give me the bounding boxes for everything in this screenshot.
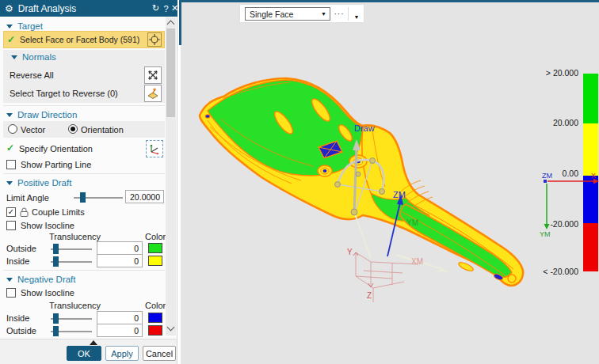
pos-color-header: Color [145,232,166,241]
datum-z-label: Z [367,291,372,300]
dialog-collapse-handle[interactable] [90,340,97,345]
limit-angle-input[interactable]: 20.0000 [125,190,164,203]
section-divider [3,105,165,106]
vector-radio[interactable] [8,124,17,134]
pos-inside-label: Inside [6,256,29,266]
collapse-triangle-icon [6,113,13,117]
section-target[interactable]: Target [6,21,43,31]
check-icon: ✓ [6,142,14,154]
face-mode-value: Single Face [250,9,293,19]
show-parting-line-checkbox[interactable] [6,160,16,169]
section-positive-draft[interactable]: Positive Draft [6,178,71,188]
orientation-radio[interactable] [68,124,78,134]
section-positive-draft-label: Positive Draft [17,178,71,188]
section-negative-draft[interactable]: Negative Draft [6,275,76,284]
neg-outside-input[interactable]: 0 [97,324,143,337]
legend-tick: 20.000 [553,118,578,127]
reverse-all-button[interactable] [144,66,162,84]
show-parting-line-label[interactable]: Show Parting Line [21,160,91,169]
pos-inside-slider-handle[interactable] [53,256,59,267]
select-face-label: Select Face or Facet Body (591) [20,35,139,44]
section-target-label: Target [17,21,43,31]
specify-orientation-button[interactable] [146,140,163,157]
section-draw-direction-label: Draw Direction [17,110,77,119]
select-face-row[interactable]: ✓ Select Face or Facet Body (591) [3,31,165,48]
neg-inside-input[interactable]: 0 [97,311,143,324]
apply-button[interactable]: Apply [105,346,139,361]
vector-radio-label[interactable]: Vector [21,125,45,135]
limit-angle-slider[interactable] [74,197,123,199]
neg-outside-slider[interactable] [51,331,92,332]
scroll-up-icon[interactable] [167,21,175,28]
crosshair-icon [148,33,161,46]
section-negative-draft-label: Negative Draft [17,275,76,284]
dialog-menu-gear-icon[interactable]: ⚙ [5,4,13,13]
neg-inside-slider[interactable] [51,318,92,320]
neg-show-isocline-checkbox[interactable] [6,288,16,298]
neg-outside-color-swatch[interactable] [148,325,162,336]
wcs-zm-label: ZM [542,172,552,180]
draft-analysis-dialog: ⚙ Draft Analysis ↻ ? ✕ Target ✓ Select F… [0,0,177,364]
pos-show-isocline-checkbox[interactable] [6,221,16,230]
legend-block-yellow [583,123,598,176]
orientation-radio-label[interactable]: Orientation [81,125,124,135]
reverse-face-icon [147,87,159,100]
section-draw-direction[interactable]: Draw Direction [6,110,77,119]
graphics-viewport[interactable]: Y Z Draw [177,0,599,364]
close-icon[interactable]: ✕ [170,0,180,17]
model-arm [400,204,512,277]
datum-y-label: Y [347,248,353,256]
reset-icon[interactable]: ↻ [151,0,161,17]
select-face-button[interactable] [147,32,162,47]
face-mode-combobox[interactable]: Single Face ▼ [245,7,330,21]
neg-inside-slider-handle[interactable] [53,313,59,324]
pos-inside-input[interactable]: 0 [97,254,143,267]
zm-axis-label: ZM [393,190,406,199]
neg-show-isocline-label[interactable]: Show Isocline [21,288,74,298]
collapse-triangle-icon [6,25,13,28]
limit-angle-slider-handle[interactable] [80,192,86,203]
dialog-titlebar[interactable]: ⚙ Draft Analysis ↻ ? ✕ [0,0,177,17]
couple-limits-label[interactable]: Couple Limits [32,207,85,217]
more-options-button[interactable]: ··· [333,7,345,21]
pos-outside-slider-handle[interactable] [53,244,59,254]
model-canvas[interactable]: Y Z Draw [177,0,599,364]
couple-limits-checkbox[interactable]: ✓ [6,207,16,217]
scrollbar-thumb[interactable] [166,28,175,117]
limit-angle-label: Limit Angle [6,193,49,203]
select-reverse-button[interactable] [144,85,162,102]
ok-button[interactable]: OK [67,346,101,361]
scroll-down-icon[interactable] [167,324,175,332]
dialog-button-strip: OK Apply Cancel [0,339,177,364]
pos-inside-slider[interactable] [51,261,92,263]
specify-orientation-label: Specify Orientation [19,144,93,154]
draft-model[interactable] [200,78,523,286]
ym-axis-label: YM [406,218,418,227]
csys-icon [148,142,161,155]
pos-inside-color-swatch[interactable] [148,256,162,266]
draw-label: Draw [354,123,375,133]
pos-outside-input[interactable]: 0 [97,241,143,255]
section-divider [3,173,165,174]
toolbar-dropdown-button[interactable]: ▼ [352,9,361,20]
pos-outside-slider[interactable] [51,248,92,250]
pos-outside-color-swatch[interactable] [148,243,162,253]
legend-block-green [583,74,598,123]
collapse-triangle-icon [6,278,13,282]
section-normals-label: Normals [22,52,56,62]
dialog-scrollbar[interactable] [166,17,176,336]
neg-outside-label: Outside [6,326,36,336]
analysis-toolbar: Single Face ▼ ··· ▼ [239,4,364,23]
combo-caret-icon[interactable]: ▼ [321,11,326,17]
legend-tick: 0.00 [563,169,579,178]
neg-outside-slider-handle[interactable] [53,326,59,336]
neg-inside-color-swatch[interactable] [148,313,162,323]
lock-icon [20,207,29,217]
arm-tip [508,275,516,282]
dialog-title: Draft Analysis [18,3,76,14]
section-normals[interactable]: Normals [11,52,56,62]
pos-show-isocline-label[interactable]: Show Isocline [21,221,74,230]
cancel-button[interactable]: Cancel [143,346,176,361]
collapse-triangle-icon [6,181,13,185]
wcs-ym-label: YM [540,230,551,238]
